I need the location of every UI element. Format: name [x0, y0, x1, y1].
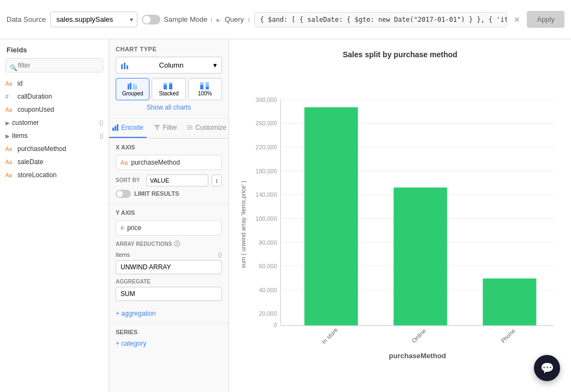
chart-type-label: Chart Type — [116, 46, 222, 52]
fields-list: Aa id # callDuration Aa couponUsed ▶ cus… — [0, 77, 109, 392]
datasource-wrapper: sales.supplySales — [50, 11, 137, 27]
svg-text:40,000: 40,000 — [259, 287, 277, 293]
chart-area: Sales split by purchase method sum ( unw… — [229, 39, 571, 392]
field-item-id[interactable]: Aa id — [0, 77, 109, 90]
field-name: id — [17, 80, 103, 87]
svg-text:260,000: 260,000 — [256, 120, 277, 126]
field-name: couponUsed — [17, 106, 103, 113]
field-group-items[interactable]: ▶ items [] — [0, 129, 109, 142]
sidebar: Fields 🔍 Aa id # callDuration Aa couponU… — [0, 39, 109, 392]
array-items-header: items {} — [116, 251, 222, 258]
x-axis-section: X Axis Aa purchaseMethod SORT BY VALUE ↕… — [109, 138, 229, 204]
query-input[interactable]: { $and: [ { saleDate: { $gte: new Date("… — [254, 12, 508, 27]
sort-by-select[interactable]: VALUE — [146, 174, 208, 186]
tab-filter[interactable]: Filter — [147, 118, 184, 138]
svg-rect-14 — [206, 82, 209, 87]
svg-rect-16 — [115, 126, 116, 131]
svg-text:80,000: 80,000 — [259, 239, 277, 246]
toggle-knob — [143, 16, 151, 23]
chart-type-value: Column — [159, 61, 184, 69]
sort-row: SORT BY VALUE ↕ — [116, 174, 222, 186]
category-link[interactable]: + category — [116, 340, 222, 347]
field-type-string-icon: Aa — [5, 107, 14, 113]
array-items-badge: {} — [218, 251, 222, 258]
unwind-array-select[interactable]: UNWIND ARRAY — [116, 260, 222, 274]
datasource-select[interactable]: sales.supplySales — [50, 11, 137, 27]
y-axis-field-name: price — [127, 224, 217, 232]
field-type-string-icon: Aa — [5, 146, 14, 152]
svg-rect-18 — [187, 125, 193, 126]
encode-tabs: Encode Filter Customize — [109, 118, 229, 138]
array-reductions-info-icon[interactable]: ⓘ — [174, 240, 180, 248]
chart-inner: 300,000 260,000 220,000 180,000 140,000 … — [251, 68, 560, 381]
chart-variant-grouped[interactable]: Grouped — [116, 78, 149, 100]
svg-rect-5 — [133, 84, 135, 89]
field-badge: [] — [100, 133, 103, 139]
limit-row: LIMIT RESULTS — [116, 190, 222, 198]
svg-text:purchaseMethod: purchaseMethod — [389, 352, 446, 360]
field-group-customer[interactable]: ▶ customer {} — [0, 116, 109, 129]
sample-mode-info-icon[interactable]: i — [211, 16, 212, 23]
field-item-storeLocation[interactable]: Aa storeLocation — [0, 168, 109, 182]
apply-button[interactable]: Apply — [527, 11, 564, 28]
show-all-charts-link[interactable]: Show all charts — [147, 104, 191, 111]
tab-encode[interactable]: Encode — [109, 118, 147, 138]
x-axis-field[interactable]: Aa purchaseMethod — [116, 155, 222, 170]
field-item-saleDate[interactable]: Aa saleDate — [0, 155, 109, 168]
chart-type-select[interactable]: Column ▾ — [116, 57, 222, 74]
y-axis-field[interactable]: # price — [116, 220, 222, 236]
field-name: storeLocation — [17, 171, 103, 179]
chart-type-icon — [121, 61, 129, 70]
svg-rect-9 — [169, 84, 172, 89]
chart-container: sum ( unwind array 'items.price' ) — [240, 68, 560, 381]
aggregate-label: AGGREGATE — [116, 279, 222, 285]
svg-text:60,000: 60,000 — [259, 263, 277, 269]
top-bar: Data Source sales.supplySales Sample Mod… — [0, 0, 571, 39]
arrow-separator: ▸ — [217, 15, 220, 24]
chevron-icon: ▶ — [5, 133, 10, 139]
aggregate-select[interactable]: SUM — [116, 287, 222, 301]
series-title: Series — [116, 329, 222, 335]
sample-mode-toggle[interactable] — [142, 15, 160, 25]
limit-toggle[interactable] — [116, 190, 131, 198]
field-type-string-icon: Aa — [5, 159, 14, 165]
sample-mode-toggle-wrapper: Sample Mode i — [142, 15, 212, 25]
field-item-callDuration[interactable]: # callDuration — [0, 90, 109, 103]
svg-rect-17 — [117, 124, 118, 131]
chart-variant-100pct[interactable]: 100% — [188, 78, 222, 100]
svg-text:100,000: 100,000 — [256, 215, 277, 222]
x-axis-title: X Axis — [116, 144, 222, 150]
x-axis-field-name: purchaseMethod — [131, 159, 217, 166]
field-item-purchaseMethod[interactable]: Aa purchaseMethod — [0, 142, 109, 155]
chart-variant-stacked[interactable]: Stacked — [152, 78, 185, 100]
chart-svg: 300,000 260,000 220,000 180,000 140,000 … — [251, 68, 560, 381]
field-item-couponUsed[interactable]: Aa couponUsed — [0, 103, 109, 116]
filter-input[interactable] — [5, 58, 103, 73]
svg-text:140,000: 140,000 — [256, 191, 277, 198]
aggregation-link[interactable]: + aggregation — [116, 310, 222, 317]
chevron-icon: ▶ — [5, 120, 10, 126]
y-axis-title: Y Axis — [116, 209, 222, 216]
chat-button[interactable]: 💬 — [534, 355, 560, 381]
grouped-label: Grouped — [122, 91, 143, 97]
y-axis-label: sum ( unwind array 'items.price' ) — [240, 68, 247, 381]
svg-rect-19 — [187, 127, 193, 128]
filter-wrapper: 🔍 — [0, 58, 109, 77]
field-name: purchaseMethod — [17, 145, 103, 153]
svg-text:220,000: 220,000 — [256, 144, 277, 150]
chart-title: Sales split by purchase method — [240, 50, 560, 59]
svg-text:300,000: 300,000 — [256, 97, 277, 103]
tab-customize[interactable]: Customize — [184, 118, 229, 138]
svg-text:In store: In store — [320, 327, 339, 345]
svg-rect-6 — [135, 85, 137, 89]
sample-mode-label: Sample Mode — [164, 15, 207, 23]
field-type-string-icon: Aa — [5, 81, 14, 87]
svg-rect-10 — [169, 82, 172, 84]
sort-direction-button[interactable]: ↕ — [212, 174, 223, 186]
query-clear-button[interactable]: ✕ — [512, 14, 522, 25]
main-layout: Fields 🔍 Aa id # callDuration Aa couponU… — [0, 39, 571, 392]
field-name: items — [12, 132, 98, 140]
svg-rect-4 — [130, 83, 131, 89]
query-info-icon[interactable]: i — [248, 16, 249, 23]
svg-text:20,000: 20,000 — [259, 310, 277, 317]
